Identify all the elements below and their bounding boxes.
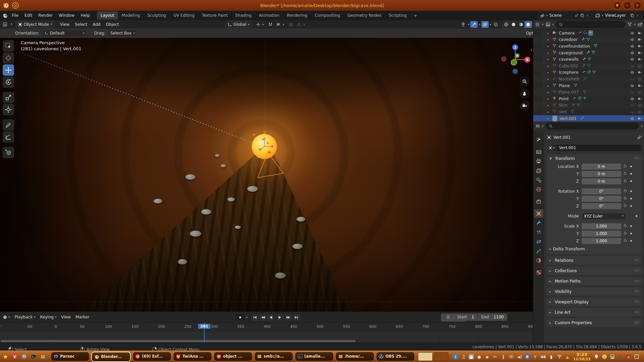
overlays-toggle-button[interactable]: [481, 21, 489, 28]
lock-open-icon[interactable]: [623, 203, 627, 207]
zoom-nav-button[interactable]: [520, 76, 530, 86]
pin-id-icon[interactable]: [637, 135, 642, 140]
properties-tab-material[interactable]: [534, 256, 543, 265]
workspace-tab-modeling[interactable]: Modeling: [118, 11, 144, 19]
tray-warning-triangle-icon[interactable]: ▲: [565, 354, 570, 360]
animate-dot[interactable]: [630, 240, 632, 242]
outliner-row-caveground[interactable]: ▸ caveground: [533, 50, 644, 56]
snap-settings-button[interactable]: [275, 21, 282, 28]
window-menu-button[interactable]: ▼: [613, 1, 621, 9]
drag-handle-icon[interactable]: [634, 321, 639, 324]
lock-open-icon[interactable]: [623, 224, 627, 228]
transform-panel-header[interactable]: ▼ Transform: [547, 154, 642, 163]
field-y-value[interactable]: 0°: [582, 196, 621, 202]
panel-line-art[interactable]: ▸Line Art: [547, 308, 642, 316]
curve-data-icon[interactable]: [583, 76, 587, 80]
frame-start-field[interactable]: Start1: [454, 313, 478, 321]
animate-dot[interactable]: [636, 215, 637, 217]
mesh-data-icon[interactable]: [591, 50, 595, 54]
object-name-field[interactable]: Vert.001: [556, 144, 642, 152]
expand-arrow-icon[interactable]: ▸: [547, 32, 551, 35]
panel-collections[interactable]: ▸Collections: [547, 266, 642, 275]
properties-search-input[interactable]: [546, 123, 639, 129]
eye-icon[interactable]: [630, 97, 634, 101]
field-scale-x-value[interactable]: 1.000: [582, 223, 621, 229]
properties-tab-physics-tab[interactable]: [534, 237, 543, 246]
eye-icon[interactable]: [630, 57, 634, 61]
anim-icon[interactable]: [573, 96, 577, 100]
mode-dropdown[interactable]: Object Mode ▾: [16, 21, 55, 28]
wrench-icon[interactable]: [582, 63, 586, 67]
panel-custom-properties[interactable]: ▸Custom Properties: [547, 318, 642, 327]
drag-handle-icon[interactable]: [634, 157, 639, 160]
eye-icon[interactable]: [630, 70, 634, 74]
timeline-scrollbar[interactable]: [1, 340, 356, 342]
rotate-tool[interactable]: [3, 76, 14, 88]
editor-type-outliner-icon[interactable]: [535, 22, 540, 27]
field-y-value[interactable]: 0 m: [582, 171, 621, 177]
outliner-row-point[interactable]: ▸ Point: [533, 96, 644, 102]
menu-render[interactable]: Render: [35, 12, 56, 19]
tray-emoji-icon[interactable]: [602, 354, 607, 360]
properties-tab-scene[interactable]: [534, 176, 543, 184]
pan-nav-button[interactable]: [520, 88, 530, 99]
lock-open-icon[interactable]: [623, 238, 627, 242]
animate-dot[interactable]: [630, 173, 632, 175]
menu-edit[interactable]: Edit: [21, 12, 35, 19]
terminal-launcher-button[interactable]: [30, 352, 38, 361]
properties-tab-texture[interactable]: [534, 268, 543, 277]
eye-icon[interactable]: [630, 31, 634, 35]
anim-icon[interactable]: [582, 70, 586, 74]
taskbar-app-twiana[interactable]: TwiAna ...: [173, 352, 212, 361]
add-cube-tool[interactable]: [3, 147, 14, 158]
tray-gimp-tray-icon[interactable]: ●: [469, 354, 474, 359]
eye-icon[interactable]: [630, 117, 634, 121]
animate-dot[interactable]: [630, 190, 632, 192]
outliner-search-input[interactable]: [556, 21, 625, 28]
outliner-row-cavedoor[interactable]: ▸ cavedoor: [533, 37, 644, 43]
viewport-menu-add[interactable]: Add: [93, 22, 100, 27]
viewlayer-selector[interactable]: ▾ ViewLayer ×: [593, 11, 641, 19]
tray-calculator-icon[interactable]: [610, 354, 615, 360]
current-frame-badge[interactable]: 281: [198, 324, 210, 329]
workspace-1-button[interactable]: [418, 352, 433, 361]
navigation-gizmo[interactable]: Z X Y: [498, 42, 532, 75]
frame-end-field[interactable]: End1100: [478, 313, 507, 321]
animate-dot[interactable]: [630, 205, 632, 207]
properties-tab-collection[interactable]: [534, 197, 543, 206]
cam-off-icon[interactable]: [638, 77, 642, 81]
display-mode-icon[interactable]: [546, 22, 550, 27]
camera-view-button[interactable]: [520, 101, 530, 111]
workspace-tab-sculpting[interactable]: Sculpting: [144, 11, 170, 19]
shading-material-button[interactable]: [517, 21, 525, 28]
properties-tab-output[interactable]: [534, 157, 543, 166]
timeline-expand-arrow[interactable]: ›: [1, 324, 2, 328]
files-launcher-button[interactable]: [39, 352, 47, 361]
sidebar-collapse-arrow[interactable]: ‹: [530, 47, 532, 53]
eye-icon[interactable]: [630, 51, 634, 55]
tray-wifi-icon[interactable]: [556, 354, 562, 360]
cam-on-icon[interactable]: [638, 38, 642, 42]
pivot-point-button[interactable]: [255, 21, 262, 28]
animate-dot[interactable]: [630, 198, 632, 199]
camera-data-active-icon[interactable]: [589, 31, 593, 35]
timeline-menu-view[interactable]: View: [61, 315, 70, 319]
field-y-value[interactable]: 1.000: [582, 231, 621, 237]
tray-phone-icon[interactable]: ☏: [508, 354, 514, 360]
gimp-launcher-button[interactable]: [20, 352, 28, 361]
tray-color-picker-icon[interactable]: ◈: [484, 354, 490, 360]
tray-amarok-icon[interactable]: a: [626, 354, 632, 360]
tray-scissors-icon[interactable]: ✂: [492, 354, 498, 360]
panel-relations[interactable]: ▸Relations: [547, 256, 642, 264]
mesh-data-icon[interactable]: [594, 44, 598, 48]
editor-type-properties-icon[interactable]: [535, 124, 540, 128]
workspace-tab-rendering[interactable]: Rendering: [283, 11, 311, 19]
panel-viewport-display[interactable]: ▸Viewport Display: [547, 298, 642, 306]
cam-on-icon[interactable]: [638, 31, 642, 35]
workspace-2-button[interactable]: [434, 352, 448, 361]
mesh-data-icon[interactable]: [587, 63, 591, 67]
expand-arrow-icon[interactable]: ▸: [547, 77, 551, 81]
cam-on-icon[interactable]: [638, 57, 642, 61]
timeline-ruler[interactable]: -500501001502002503003504004505005506006…: [0, 322, 533, 331]
outliner-row-vert-001[interactable]: ▸ Vert.001: [533, 115, 644, 122]
